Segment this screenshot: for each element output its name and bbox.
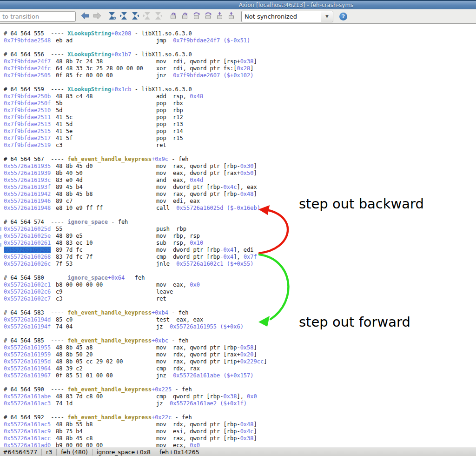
disasm-line[interactable]: 0x55726a161acc48 8b 45 c8mov rax, qword …	[4, 435, 476, 442]
address: 0x55726a160265	[4, 247, 56, 254]
opcode-bytes: 83 e0 4d	[56, 177, 156, 184]
disasm-line[interactable]: 0x7f9bfdae250f5bpop rbx	[4, 100, 476, 107]
instruction: mov rdx, qword ptr [rax+0x20]	[156, 351, 257, 358]
disasm-line[interactable]: 0x55726a16193f89 45 b4mov dword ptr [rbp…	[4, 184, 476, 191]
disasm-line[interactable]: 0x55726a161abe48 83 7d c8 00cmp qword pt…	[4, 393, 476, 400]
module-name: - feh	[168, 309, 188, 316]
disasm-line[interactable]: 0x7f9bfdae24f748 8b 7c 24 38mov rdi, qwo…	[4, 58, 476, 65]
address: 0x7f9bfdae2517	[4, 135, 56, 142]
chevron-down-icon[interactable]: ▼	[321, 11, 333, 22]
sync-status-dropdown[interactable]: Not synchronized ▼	[241, 11, 333, 22]
disasm-line[interactable]: 0x55726a16195948 8b 50 20mov rdx, qword …	[4, 351, 476, 358]
disasm-line[interactable]: 0x55726a16194d85 c0test eax, eax	[4, 316, 476, 323]
disasm-line[interactable]: 0x55726a16194689 c7mov edi, eax	[4, 198, 476, 205]
step-out-forward-button[interactable]	[225, 11, 237, 22]
disasm-line[interactable]: 0x55726a16194f74 04jz 0x55726a161955 ($+…	[4, 323, 476, 330]
instruction: jnz 0x7f9bfdae2607 ($+0x102)	[156, 72, 254, 79]
address: 0x55726a1602c1	[4, 282, 56, 288]
step-into-forward-button[interactable]	[179, 11, 191, 22]
disasm-line[interactable]: 0x7f9bfdae251141 5cpop r12	[4, 114, 476, 121]
module-name: - libX11.so.6.3.0	[132, 30, 192, 37]
step-forward-transition-button[interactable]	[129, 11, 141, 22]
module-name: - feh	[108, 219, 128, 225]
instruction: pop rbp	[156, 107, 183, 114]
disasm-line[interactable]: 0x55726a16026148 83 ec 10sub rsp, 0x10	[4, 240, 476, 247]
step-backward-transition-button[interactable]	[118, 11, 129, 22]
disasm-line[interactable]: 0x55726a16196448 39 c2cmp rdx, rax	[4, 365, 476, 372]
instruction: ret	[156, 142, 166, 149]
disasm-line[interactable]: 0x7f9bfdae25050f 85 fc 00 00 00jnz 0x7f9…	[4, 72, 476, 79]
instruction: pop r13	[156, 121, 183, 128]
disasm-line[interactable]: 0x55726a161ac548 8b 55 b8mov rdx, qword …	[4, 421, 476, 428]
disasm-line[interactable]: 0x55726a16026589 7d fcmov dword ptr [rbp…	[4, 247, 476, 254]
address: 0x7f9bfdae2548	[4, 37, 56, 44]
disasm-line[interactable]: 0x7f9bfdae2519c3ret	[4, 142, 476, 149]
disasm-line[interactable]: 0x55726a16194248 8b 45 b8mov rax, qword …	[4, 191, 476, 198]
disasm-line[interactable]: 0x7f9bfdae250b48 83 c4 48add rsp, 0x48	[4, 93, 476, 100]
disasm-line[interactable]: 0x55726a16193c83 e0 4dand eax, 0x4d	[4, 177, 476, 184]
continue-forward-button[interactable]	[152, 11, 164, 22]
disasm-line[interactable]: 0x55726a16193548 8b 45 d0mov rax, qword …	[4, 163, 476, 170]
toolbar-buttons	[79, 11, 237, 22]
help-button[interactable]: ?	[339, 13, 347, 20]
disasm-line[interactable]: 0x55726a1619398b 40 50mov eax, dword ptr…	[4, 170, 476, 177]
opcode-bytes: 41 5c	[56, 114, 156, 121]
nav-back-button[interactable]	[79, 11, 91, 22]
disasm-line[interactable]: 0x55726a1602c7c3ret	[4, 295, 476, 302]
opcode-bytes: 48 83 ec 10	[56, 240, 156, 247]
disasm-line[interactable]: 0x55726a16195548 8b 45 a8mov rax, qword …	[4, 344, 476, 351]
function-offset: +0x9c	[152, 156, 168, 162]
instruction: mov rax, qword ptr [rbp-0x38]	[156, 435, 257, 442]
disasm-line[interactable]: 0x7f9bfdae251341 5dpop r13	[4, 121, 476, 128]
transition-number: # 64 564 580 ----	[4, 275, 67, 281]
opcode-bytes: 74 1d	[56, 400, 156, 407]
module-name: - feh	[172, 414, 192, 421]
disasm-line[interactable]: 0x55726a161ad0b9 00 00 00 00mov ecx, 0x0	[4, 442, 476, 448]
disasm-line[interactable]: 0x55726a161ac98b 75 b4mov esi, dword ptr…	[4, 428, 476, 435]
window-title: Axion [localhost:46213] - feh-crash-syms	[116, 2, 476, 8]
run-backward-to-transition-button[interactable]	[106, 11, 118, 22]
disasm-line[interactable]: 0x7f9bfdae24fc64 48 33 3c 25 28 00 00 00…	[4, 65, 476, 72]
function-name: feh_event_handle_keypress	[67, 156, 152, 162]
transition-number: # 64 564 556 ----	[4, 51, 67, 58]
opcode-bytes: b8 00 00 00 00	[56, 282, 156, 288]
opcode-bytes: 48 8b 05 cc 29 02 00	[56, 358, 156, 365]
disasm-line[interactable]: 0x55726a161948e8 10 e9 ff ffcall 0x55726…	[4, 205, 476, 212]
run-forward-to-transition-button[interactable]	[141, 11, 152, 22]
transition-number: # 64 564 555 ----	[4, 30, 67, 37]
instruction: mov rax, qword ptr [rip+0x229cc]	[156, 358, 267, 365]
step-up-icon	[180, 11, 189, 21]
address: 0x55726a16026c	[4, 261, 56, 268]
disasm-line[interactable]: 0x55726a16025d55push rbp	[4, 226, 476, 233]
instruction: pop r14	[156, 128, 183, 135]
disasm-line[interactable]: 0x55726a16026883 7d fc 7fcmp dword ptr […	[4, 254, 476, 261]
disasm-line[interactable]: 0x55726a1602c6c9leave	[4, 288, 476, 295]
transition-number: # 64 564 592 ----	[4, 414, 67, 421]
step-out-icon	[227, 11, 236, 21]
step-over-forward-button[interactable]	[202, 11, 214, 22]
disasm-line[interactable]: 0x7f9bfdae251541 5epop r14	[4, 128, 476, 135]
step-out-backward-button[interactable]	[214, 11, 225, 22]
opcode-bytes: 48 8b 7c 24 38	[56, 58, 156, 65]
disasm-block: # 64 564 556 ---- XLookupString+0x1b7 - …	[4, 51, 476, 79]
instruction: jmp 0x7f9bfdae24f7 ($-0x51)	[156, 37, 250, 44]
opcode-bytes: 7f 53	[56, 261, 156, 268]
goto-transition-input[interactable]	[0, 11, 76, 22]
step-into-backward-button[interactable]	[167, 11, 179, 22]
disasm-line[interactable]: 0x55726a16195d48 8b 05 cc 29 02 00mov ra…	[4, 358, 476, 365]
instruction: mov rax, qword ptr [rbp-0x48]	[156, 191, 257, 198]
disasm-line[interactable]: 0x55726a16026c7f 53jnle 0x55726a1602c1 (…	[4, 261, 476, 268]
disasm-line[interactable]: 0x7f9bfdae25105dpop rbp	[4, 107, 476, 114]
step-over-backward-button[interactable]	[191, 11, 202, 22]
nav-forward-button[interactable]	[91, 11, 103, 22]
block-header: # 64 564 580 ---- ignore_space+0x64 - fe…	[4, 275, 476, 282]
disasm-line[interactable]: 0x55726a1619670f 85 51 01 00 00jnz 0x557…	[4, 372, 476, 379]
disasm-line[interactable]: 0x7f9bfdae251741 5fpop r15	[4, 135, 476, 142]
disasm-line[interactable]: 0x7f9bfdae2548eb adjmp 0x7f9bfdae24f7 ($…	[4, 37, 476, 44]
disasm-line[interactable]: 0x55726a16025e48 89 e5mov rbp, rsp	[4, 233, 476, 240]
opcode-bytes: 41 5f	[56, 135, 156, 142]
address: 0x7f9bfdae2513	[4, 121, 56, 128]
disasm-line[interactable]: 0x55726a1602c1b8 00 00 00 00mov eax, 0x0	[4, 282, 476, 288]
instruction: xor rdi, qword ptr fs:[0x28]	[156, 65, 254, 72]
disasm-line[interactable]: 0x55726a161ac374 1djz 0x55726a161ae2 ($+…	[4, 400, 476, 407]
